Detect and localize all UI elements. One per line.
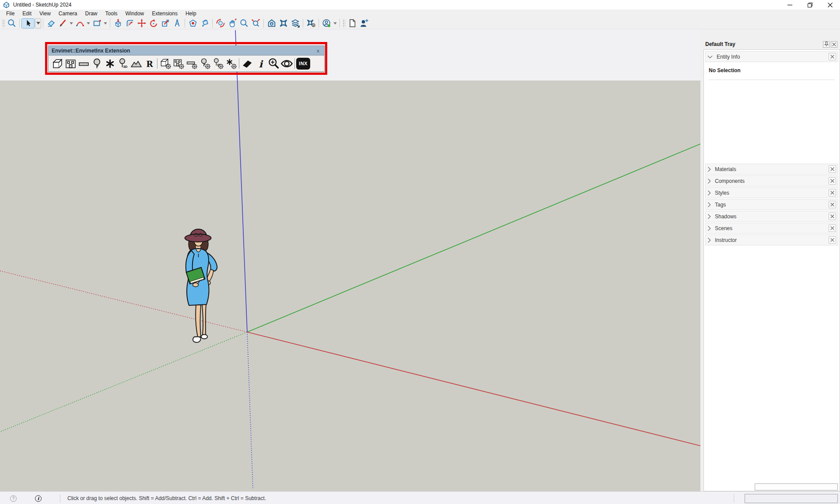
arc-tool-button[interactable] [74,18,86,28]
line-tool-button[interactable] [57,18,69,28]
offset-tool-button[interactable] [124,18,136,28]
envimet-edit-simple-plant-button[interactable] [224,57,238,70]
menu-tools[interactable]: Tools [102,10,122,18]
viewport[interactable]: Envimet::EnvimetInx Extension x R [0,29,700,491]
tape-measure-tool-button[interactable] [171,18,183,28]
pan-tool-button[interactable] [226,18,238,28]
tray-header[interactable]: Default Tray [704,39,840,49]
menu-camera[interactable]: Camera [55,10,81,18]
new-file-button[interactable] [346,18,358,28]
envimet-zoom-button[interactable] [267,57,280,70]
envimet-simple-plant-button[interactable] [103,57,116,70]
extension-warehouse-button[interactable] [277,18,289,28]
section-close-button[interactable] [829,165,836,173]
send-to-layout-button[interactable] [289,18,301,28]
section-close-button[interactable] [829,177,836,185]
tray-section-styles[interactable]: Styles [705,187,838,198]
orbit-tool-button[interactable] [214,18,226,28]
tape-measure-icon [172,18,182,28]
zoom-extents-tool-button[interactable] [250,18,262,28]
entity-info-bar[interactable]: Entity Info [705,51,838,62]
help-icon[interactable]: ? [10,495,17,502]
select-arrow-icon [24,19,32,28]
envimet-info-button[interactable]: i [254,57,267,70]
envimet-eraser-button[interactable] [241,57,254,70]
line-dropdown[interactable] [69,18,74,28]
envimet-edit-building-button[interactable] [172,57,185,70]
eraser-tool-button[interactable] [45,18,57,28]
close-icon [830,167,835,172]
menu-window[interactable]: Window [122,10,148,18]
entity-info-content: No Selection [705,63,838,164]
position-camera-icon [188,18,198,28]
restore-button[interactable] [800,0,820,10]
account-dropdown[interactable] [332,18,338,28]
tray-panel: Entity Info No Selection Materials Compo… [704,49,840,491]
sketchup-logo-icon [3,2,10,8]
menu-edit[interactable]: Edit [18,10,35,18]
envimet-inx-export-button[interactable]: INX [296,58,310,70]
section-close-button[interactable] [829,201,836,208]
tray-section-components[interactable]: Components [705,175,838,186]
minimize-button[interactable] [780,0,800,10]
tray-title: Default Tray [705,41,735,47]
envimet-titlebar[interactable]: Envimet::EnvimetInx Extension x [49,46,324,56]
envimet-soil-button[interactable] [77,57,90,70]
extension-manager-button[interactable] [305,18,317,28]
arc-dropdown[interactable] [86,18,91,28]
zoom-tool-button[interactable] [238,18,250,28]
entity-info-close-button[interactable] [829,53,836,60]
envimet-edit-plant3d-button[interactable] [211,57,224,70]
envimet-receptor-button[interactable]: R [143,57,156,70]
chevron-down-icon [87,22,90,24]
envimet-preview-button[interactable] [280,57,293,70]
toolbar-grip[interactable] [2,19,5,27]
account-button[interactable] [321,18,332,28]
envimet-building-button[interactable] [64,57,77,70]
rotate-tool-button[interactable] [147,18,159,28]
measurements-input[interactable] [745,494,838,503]
push-pull-tool-button[interactable] [112,18,124,28]
envimet-model-domain-button[interactable] [51,57,64,70]
tray-pin-button[interactable] [823,41,830,48]
select-tool-button[interactable] [21,18,35,28]
tray-section-tags[interactable]: Tags [705,199,838,210]
envimet-plant3d-button[interactable] [116,57,130,70]
rectangle-tool-button[interactable] [91,18,103,28]
select-dropdown-button[interactable] [35,18,41,28]
close-button[interactable] [820,0,840,10]
tray-section-materials[interactable]: Materials [705,164,838,175]
section-close-button[interactable] [829,224,836,232]
menu-view[interactable]: View [35,10,55,18]
rectangle-dropdown[interactable] [103,18,108,28]
tray-section-scenes[interactable]: Scenes [705,223,838,234]
envimet-edit-plant-button[interactable] [198,57,211,70]
envimet-edit-soil-button[interactable] [185,57,198,70]
envimet-close-button[interactable]: x [315,48,321,53]
share-model-button[interactable] [358,18,370,28]
3d-warehouse-button[interactable] [266,18,277,28]
add-person-icon [359,18,369,28]
envimet-plant-button[interactable] [90,57,103,70]
envimet-terrain-button[interactable] [130,57,143,70]
section-close-button[interactable] [829,189,836,196]
menu-help[interactable]: Help [182,10,200,18]
tray-section-shadows[interactable]: Shadows [705,211,838,222]
section-close-button[interactable] [829,213,836,220]
envimet-edit-model-domain-button[interactable] [159,57,172,70]
info-icon[interactable]: i [35,495,42,502]
menu-extensions[interactable]: Extensions [148,10,182,18]
tray-close-button[interactable] [831,41,837,48]
tray-section-instructor[interactable]: Instructor [705,234,838,245]
scale-tool-button[interactable] [159,18,171,28]
search-tool-button[interactable] [6,18,18,28]
viewport-canvas[interactable] [0,29,700,491]
chevron-down-icon [70,22,73,24]
position-camera-tool-button[interactable] [187,18,199,28]
toolbar-grip[interactable] [343,19,345,27]
section-close-button[interactable] [829,236,836,244]
move-tool-button[interactable] [136,18,147,28]
paint-bucket-tool-button[interactable] [199,18,210,28]
menu-draw[interactable]: Draw [81,10,102,18]
menu-file[interactable]: File [2,10,18,18]
